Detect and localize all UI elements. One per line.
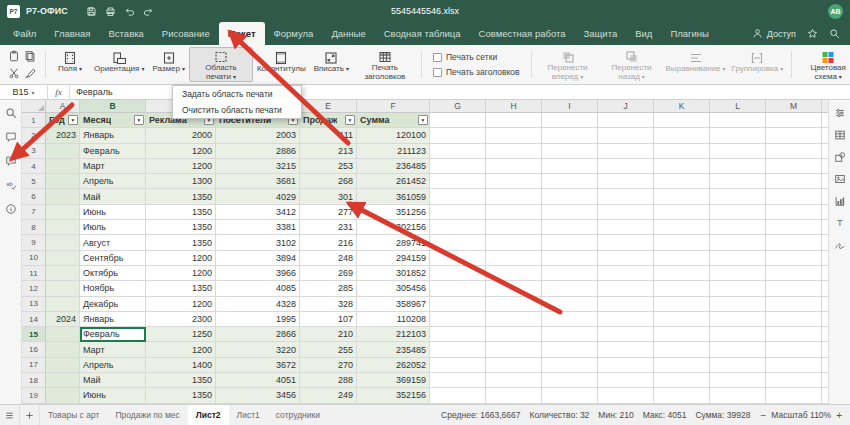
cell-G6[interactable]: [430, 189, 486, 204]
cell-I13[interactable]: [542, 297, 598, 312]
cell-E19[interactable]: 249: [300, 388, 357, 403]
cell-D14[interactable]: 1995: [216, 312, 300, 327]
cell-J5[interactable]: [598, 174, 654, 189]
cell-E2[interactable]: 111: [300, 128, 357, 143]
cell-B19[interactable]: Июнь: [80, 388, 146, 403]
cell-L18[interactable]: [710, 373, 766, 388]
cell-F1[interactable]: Сумма▾: [357, 113, 430, 128]
cell-G11[interactable]: [430, 266, 486, 281]
cell-G14[interactable]: [430, 312, 486, 327]
cell-A1[interactable]: Год▾: [46, 113, 80, 128]
cell-A7[interactable]: [46, 205, 80, 220]
cell-J15[interactable]: [598, 327, 654, 342]
cell-F6[interactable]: 361059: [357, 189, 430, 204]
cell-D18[interactable]: 4051: [216, 373, 300, 388]
cell-L7[interactable]: [710, 205, 766, 220]
cell-J3[interactable]: [598, 144, 654, 159]
settings-icon[interactable]: [834, 107, 846, 119]
cell-B10[interactable]: Сентябрь: [80, 251, 146, 266]
cell-I5[interactable]: [542, 174, 598, 189]
col-header-G[interactable]: G: [430, 100, 486, 113]
cell-B13[interactable]: Декабрь: [80, 297, 146, 312]
cell-F9[interactable]: 289741: [357, 235, 430, 250]
sheet-tab-1[interactable]: Товары с арт: [40, 405, 107, 425]
headers-footers-button[interactable]: Колонтитулы: [253, 47, 310, 82]
cell-D4[interactable]: 3215: [216, 159, 300, 174]
cell-L3[interactable]: [710, 144, 766, 159]
cell-D5[interactable]: 3681: [216, 174, 300, 189]
cell-C9[interactable]: 1350: [146, 235, 216, 250]
redo-icon[interactable]: [143, 6, 154, 17]
cell-E7[interactable]: 277: [300, 205, 357, 220]
cell-L10[interactable]: [710, 251, 766, 266]
cell-G18[interactable]: [430, 373, 486, 388]
col-header-A[interactable]: A: [46, 100, 80, 113]
cell-C6[interactable]: 1350: [146, 189, 216, 204]
cell-H13[interactable]: [486, 297, 542, 312]
cell-A10[interactable]: [46, 251, 80, 266]
row-header-6[interactable]: 6: [22, 189, 46, 204]
cell-C7[interactable]: 1350: [146, 205, 216, 220]
cell-L11[interactable]: [710, 266, 766, 281]
save-icon[interactable]: [86, 6, 97, 17]
cell-J13[interactable]: [598, 297, 654, 312]
cell-F18[interactable]: 369159: [357, 373, 430, 388]
row-header-4[interactable]: 4: [22, 159, 46, 174]
cell-B17[interactable]: Апрель: [80, 358, 146, 373]
cell-I12[interactable]: [542, 281, 598, 296]
signature-icon[interactable]: [834, 239, 846, 251]
cell-K9[interactable]: [654, 235, 710, 250]
cell-K19[interactable]: [654, 388, 710, 403]
cell-B9[interactable]: Август: [80, 235, 146, 250]
cell-A19[interactable]: [46, 388, 80, 403]
cell-M16[interactable]: [766, 342, 822, 357]
row-header-3[interactable]: 3: [22, 144, 46, 159]
cell-G5[interactable]: [430, 174, 486, 189]
cell-E15[interactable]: 210: [300, 327, 357, 342]
cell-L4[interactable]: [710, 159, 766, 174]
comments-icon[interactable]: [5, 131, 17, 143]
menu-tab-6[interactable]: Формула: [265, 22, 323, 45]
cell-C19[interactable]: 1350: [146, 388, 216, 403]
cell-G9[interactable]: [430, 235, 486, 250]
cell-I7[interactable]: [542, 205, 598, 220]
copy-icon[interactable]: [22, 48, 37, 64]
sheet-tab-3[interactable]: Лист2: [188, 405, 229, 425]
cell-D16[interactable]: 3220: [216, 342, 300, 357]
cell-E8[interactable]: 231: [300, 220, 357, 235]
cut-icon[interactable]: [6, 65, 21, 81]
sheet-tab-2[interactable]: Продажи по мес: [107, 405, 187, 425]
cell-J17[interactable]: [598, 358, 654, 373]
zoom-in-button[interactable]: +: [836, 410, 842, 421]
cell-L8[interactable]: [710, 220, 766, 235]
cell-M19[interactable]: [766, 388, 822, 403]
chart-icon[interactable]: [834, 195, 846, 207]
row-header-15[interactable]: 15: [22, 327, 46, 342]
cell-K4[interactable]: [654, 159, 710, 174]
cell-H4[interactable]: [486, 159, 542, 174]
cell-C17[interactable]: 1400: [146, 358, 216, 373]
menu-tab-2[interactable]: Главная: [45, 22, 99, 45]
cell-E3[interactable]: 213: [300, 144, 357, 159]
cell-L12[interactable]: [710, 281, 766, 296]
margins-button[interactable]: Поля: [50, 47, 90, 82]
cell-L2[interactable]: [710, 128, 766, 143]
cell-D11[interactable]: 3966: [216, 266, 300, 281]
cell-I4[interactable]: [542, 159, 598, 174]
cell-C3[interactable]: 1200: [146, 144, 216, 159]
cell-E1[interactable]: Продаж▾: [300, 113, 357, 128]
insert-function-button[interactable]: fx: [48, 85, 70, 99]
row-header-12[interactable]: 12: [22, 281, 46, 296]
cell-D13[interactable]: 4328: [216, 297, 300, 312]
col-header-I[interactable]: I: [542, 100, 598, 113]
col-header-E[interactable]: E: [300, 100, 357, 113]
cell-I6[interactable]: [542, 189, 598, 204]
cell-M14[interactable]: [766, 312, 822, 327]
cell-G17[interactable]: [430, 358, 486, 373]
shape-icon[interactable]: [834, 151, 846, 163]
cell-E4[interactable]: 253: [300, 159, 357, 174]
cell-G7[interactable]: [430, 205, 486, 220]
cell-H18[interactable]: [486, 373, 542, 388]
menu-tab-5[interactable]: Макет: [219, 22, 265, 45]
orientation-button[interactable]: Ориентация: [90, 47, 148, 82]
